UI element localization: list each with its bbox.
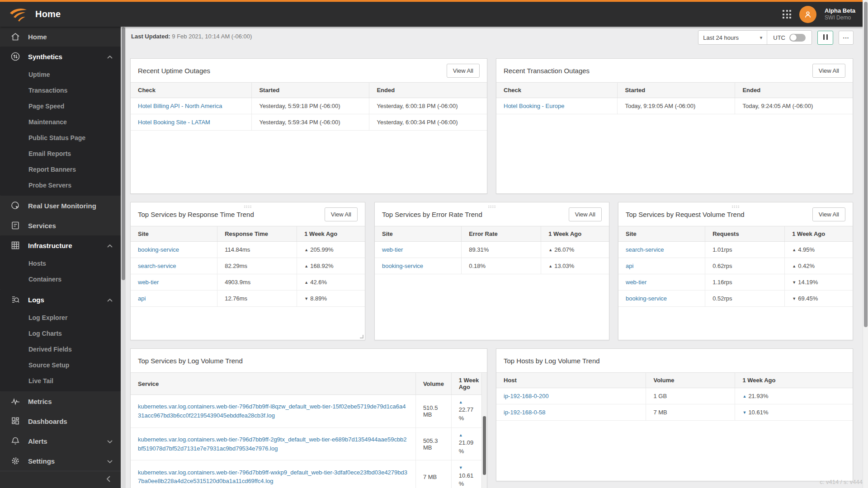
time-range-select[interactable]: Last 24 hours ▾ — [698, 31, 767, 44]
view-all-button[interactable]: View All — [812, 64, 845, 78]
trend-cell: ▲13.03% — [541, 258, 609, 274]
sidebar-item-dashboards[interactable]: Dashboards — [0, 411, 121, 431]
pause-refresh-button[interactable] — [817, 31, 833, 45]
service-link[interactable]: kubernetes.var.log.containers.web-tier-7… — [138, 469, 407, 485]
real-user-monitoring-icon — [10, 200, 21, 211]
site-link[interactable]: api — [138, 295, 146, 302]
chevron-up-icon — [107, 296, 113, 304]
trend-value: 0.42% — [798, 263, 815, 269]
view-all-button[interactable]: View All — [812, 207, 845, 221]
apps-grid-icon[interactable] — [783, 10, 791, 19]
sidebar-item-metrics[interactable]: Metrics — [0, 391, 121, 411]
trend-arrow: ▲ — [792, 248, 796, 252]
sidebar-item-home[interactable]: Home — [0, 27, 121, 47]
avatar[interactable] — [799, 6, 816, 23]
site-link[interactable]: web-tier — [382, 246, 403, 253]
card-title: Top Services by Log Volume Trend — [138, 357, 243, 365]
card-scrollbar-thumb[interactable] — [483, 416, 486, 475]
ended-cell: Today, 9:24:05 AM (-06:00) — [735, 98, 853, 114]
toolbar-controls: Last 24 hours ▾ UTC ... — [698, 30, 854, 45]
sidebar-item-email-reports[interactable]: Email Reports — [0, 145, 121, 161]
site-link[interactable]: booking-service — [626, 295, 667, 302]
sidebar-item-live-tail[interactable]: Live Tail — [0, 373, 121, 389]
table-row: ip-192-168-0-200 1 GB ▲21.93% — [496, 388, 853, 404]
sidebar-item-report-banners[interactable]: Report Banners — [0, 161, 121, 177]
table-row: booking-service 0.18% ▲13.03% — [375, 258, 609, 274]
sidebar-item-log-explorer[interactable]: Log Explorer — [0, 310, 121, 325]
logs-icon — [10, 294, 21, 305]
user-block[interactable]: Alpha Beta SWI Demo — [825, 7, 855, 21]
table-header-row: Site Response Time 1 Week Ago — [131, 226, 365, 242]
sidebar-item-transactions[interactable]: Transactions — [0, 82, 121, 98]
sidebar-item-hosts[interactable]: Hosts — [0, 255, 121, 271]
view-all-button[interactable]: View All — [325, 207, 358, 221]
sidebar-item-public-status-page[interactable]: Public Status Page — [0, 130, 121, 145]
view-all-button[interactable]: View All — [569, 207, 602, 221]
check-link[interactable]: Hotel Booking - Europe — [504, 103, 564, 109]
sidebar-item-page-speed[interactable]: Page Speed — [0, 98, 121, 114]
sidebar-item-services[interactable]: Services — [0, 216, 121, 235]
site-link[interactable]: search-service — [138, 263, 176, 269]
table-row: search-service 1.01rps ▲4.95% — [618, 242, 853, 258]
sidebar-item-synthetics[interactable]: Synthetics — [0, 47, 121, 66]
sidebar-item-alerts[interactable]: Alerts — [0, 431, 121, 451]
column-header: 1 Week Ago — [541, 226, 609, 242]
sidebar-item-log-charts[interactable]: Log Charts — [0, 325, 121, 341]
sidebar-item-uptime[interactable]: Uptime — [0, 66, 121, 82]
sidebar-group-logs: Logs Log Explorer Log Charts Derived Fie… — [0, 290, 121, 391]
card-scrollbar[interactable] — [481, 373, 487, 488]
sidebar-item-real-user-monitoring[interactable]: Real User Monitoring — [0, 196, 121, 216]
column-header: Volume — [415, 373, 451, 395]
user-name: Alpha Beta — [825, 7, 855, 14]
sidebar-item-containers[interactable]: Containers — [0, 271, 121, 287]
page-scrollbar-thumb[interactable] — [864, 2, 868, 327]
sidebar-collapse-button[interactable] — [105, 475, 112, 484]
utc-toggle[interactable] — [789, 34, 806, 42]
site-link[interactable]: api — [626, 263, 633, 269]
card-title: Recent Transaction Outages — [504, 67, 590, 75]
site-link[interactable]: booking-service — [138, 246, 179, 253]
sidebar-item-logs[interactable]: Logs — [0, 290, 121, 310]
site-link[interactable]: web-tier — [626, 279, 646, 286]
sidebar-item-settings[interactable]: Settings — [0, 451, 121, 471]
site-link[interactable]: booking-service — [382, 263, 423, 269]
trend-arrow: ▲ — [304, 280, 308, 285]
drag-handle-icon[interactable] — [488, 205, 496, 208]
column-header: Host — [496, 373, 646, 388]
more-options-button[interactable]: ... — [839, 31, 854, 45]
check-link[interactable]: Hotel Booking Site - LATAM — [138, 119, 210, 126]
site-link[interactable]: web-tier — [138, 279, 159, 286]
resize-handle[interactable] — [360, 335, 363, 338]
value-cell: 0.52rps — [705, 291, 785, 307]
sidebar-scrollbar[interactable] — [121, 27, 126, 488]
volume-cell: 1 GB — [646, 388, 735, 404]
volume-cell: 7 MB — [415, 460, 451, 488]
host-link[interactable]: ip-192-168-0-58 — [504, 409, 546, 416]
check-link[interactable]: Hotel Billing API - North America — [138, 103, 222, 109]
service-link[interactable]: kubernetes.var.log.containers.web-tier-7… — [138, 436, 407, 452]
table-row: Hotel Booking - Europe Today, 9:19:05 AM… — [496, 98, 853, 114]
services-icon — [10, 220, 21, 231]
sidebar-scrollbar-thumb[interactable] — [122, 27, 125, 280]
site-link[interactable]: search-service — [626, 246, 664, 253]
drag-handle-icon[interactable] — [731, 205, 740, 208]
page-scrollbar[interactable] — [863, 0, 868, 488]
host-link[interactable]: ip-192-168-0-200 — [504, 393, 549, 399]
page-title: Home — [35, 9, 61, 19]
ended-cell: Yesterday, 6:00:34 PM (-06:00) — [369, 114, 487, 131]
service-link[interactable]: kubernetes.var.log.containers.web-tier-7… — [138, 403, 406, 419]
value-cell: 0.18% — [462, 258, 541, 274]
table-row: booking-service 0.52rps ▼69.45% — [618, 291, 853, 307]
drag-handle-icon[interactable] — [244, 205, 252, 208]
sidebar-item-probe-servers[interactable]: Probe Servers — [0, 177, 121, 193]
table-row: api 12.76ms ▼8.89% — [131, 291, 365, 307]
value-cell: 1.16rps — [705, 274, 785, 291]
view-all-button[interactable]: View All — [447, 64, 480, 78]
sidebar-item-derived-fields[interactable]: Derived Fields — [0, 341, 121, 357]
solarwinds-logo-icon[interactable] — [8, 6, 28, 23]
sidebar-item-maintenance[interactable]: Maintenance — [0, 114, 121, 130]
sidebar-item-source-setup[interactable]: Source Setup — [0, 357, 121, 373]
chevron-up-icon — [107, 52, 113, 61]
column-header: 1 Week Ago — [785, 226, 853, 242]
sidebar-item-infrastructure[interactable]: Infrastructure — [0, 235, 121, 255]
